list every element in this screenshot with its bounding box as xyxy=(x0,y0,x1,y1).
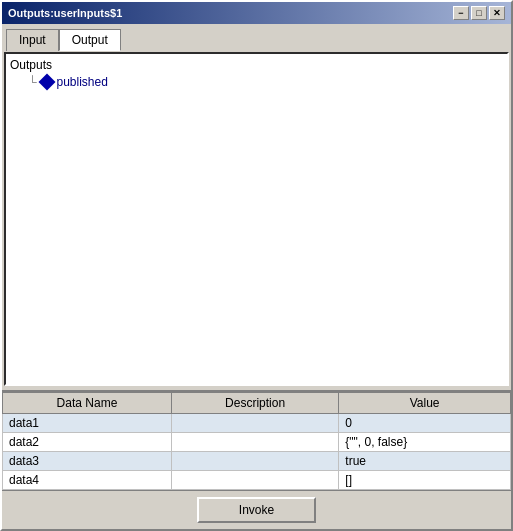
cell-value: true xyxy=(339,452,511,471)
tree-item[interactable]: └ published xyxy=(26,74,503,90)
maximize-button[interactable]: □ xyxy=(471,6,487,20)
cell-description xyxy=(171,414,338,433)
cell-name: data4 xyxy=(3,471,172,490)
table-row: data3true xyxy=(3,452,511,471)
invoke-button[interactable]: Invoke xyxy=(197,497,316,523)
tab-bar: Input Output xyxy=(2,24,511,50)
col-header-value: Value xyxy=(339,393,511,414)
window-title: Outputs:userInputs$1 xyxy=(8,7,122,19)
main-window: Outputs:userInputs$1 − □ ✕ Input Output … xyxy=(0,0,513,531)
cell-value: {"", 0, false} xyxy=(339,433,511,452)
tab-output[interactable]: Output xyxy=(59,29,121,51)
invoke-bar: Invoke xyxy=(2,490,511,529)
cell-name: data1 xyxy=(3,414,172,433)
tree-connector-icon: └ xyxy=(28,75,37,89)
data-table: Data Name Description Value data10data2{… xyxy=(2,392,511,490)
cell-name: data2 xyxy=(3,433,172,452)
data-table-section: Data Name Description Value data10data2{… xyxy=(2,390,511,490)
cell-name: data3 xyxy=(3,452,172,471)
close-button[interactable]: ✕ xyxy=(489,6,505,20)
col-header-description: Description xyxy=(171,393,338,414)
title-bar-buttons: − □ ✕ xyxy=(453,6,505,20)
tab-input[interactable]: Input xyxy=(6,29,59,51)
table-row: data2{"", 0, false} xyxy=(3,433,511,452)
diamond-icon xyxy=(38,74,55,91)
tree-panel[interactable]: Outputs └ published xyxy=(4,52,509,386)
table-row: data10 xyxy=(3,414,511,433)
col-header-name: Data Name xyxy=(3,393,172,414)
minimize-button[interactable]: − xyxy=(453,6,469,20)
window-content: Outputs └ published Data Name Descriptio… xyxy=(2,50,511,529)
cell-description xyxy=(171,452,338,471)
tab-content: Outputs └ published xyxy=(2,50,511,388)
tree-root: Outputs xyxy=(10,58,503,72)
tree-item-label: published xyxy=(57,75,108,89)
cell-description xyxy=(171,433,338,452)
table-row: data4[] xyxy=(3,471,511,490)
title-bar: Outputs:userInputs$1 − □ ✕ xyxy=(2,2,511,24)
cell-value: 0 xyxy=(339,414,511,433)
cell-value: [] xyxy=(339,471,511,490)
cell-description xyxy=(171,471,338,490)
